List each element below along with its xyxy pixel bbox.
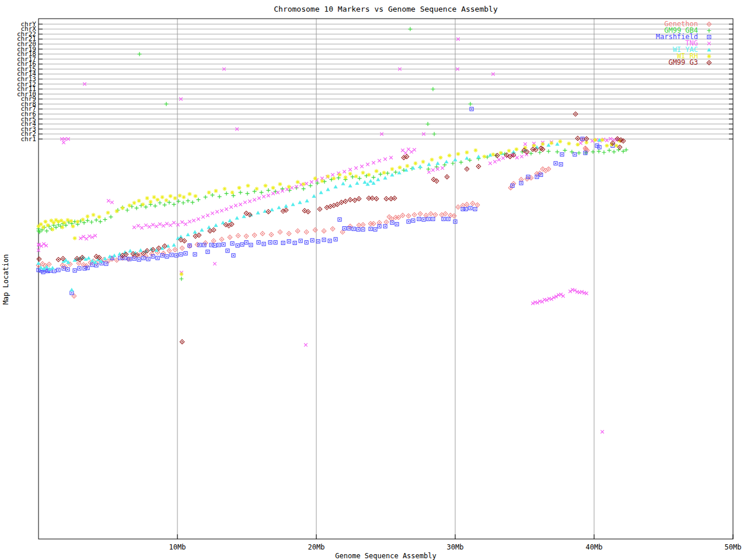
series-genethon-points <box>36 138 589 298</box>
plot-area <box>0 0 747 560</box>
legend-label: GM99 G3 <box>668 60 698 66</box>
plus-marker-icon <box>701 27 717 34</box>
x-tick-label-50Mb: 50Mb <box>715 543 747 551</box>
series-wi-yac-points <box>36 138 601 291</box>
plot-border <box>39 19 733 539</box>
series-gm99-gb4-points <box>37 27 629 281</box>
square-marker-icon <box>701 34 717 40</box>
mb-gridlines <box>177 19 733 539</box>
triangle-marker-icon <box>701 47 717 53</box>
x-tick-label-10Mb: 10Mb <box>160 543 195 551</box>
chr-axis-label-chr1: chr1 <box>1 136 36 142</box>
x-tick-label-30Mb: 30Mb <box>438 543 473 551</box>
legend-item-gm99-g3: GM99 G3 <box>656 60 717 66</box>
series-marshfield-points <box>37 107 615 295</box>
cross-marker-icon <box>701 40 717 47</box>
series-tng-points <box>37 37 619 433</box>
diamond-marker-icon <box>701 60 717 66</box>
x-tick-label-20Mb: 20Mb <box>299 543 334 551</box>
x-tick-label-40Mb: 40Mb <box>577 543 612 551</box>
series-wi-rh-points <box>37 138 622 276</box>
star-marker-icon <box>701 53 717 60</box>
chromosome-gridlines <box>39 24 733 139</box>
legend: GenethonGM99 GB4MarshfieldTNGWI YACWI RH… <box>656 21 717 66</box>
diamond-marker-icon <box>701 21 717 27</box>
